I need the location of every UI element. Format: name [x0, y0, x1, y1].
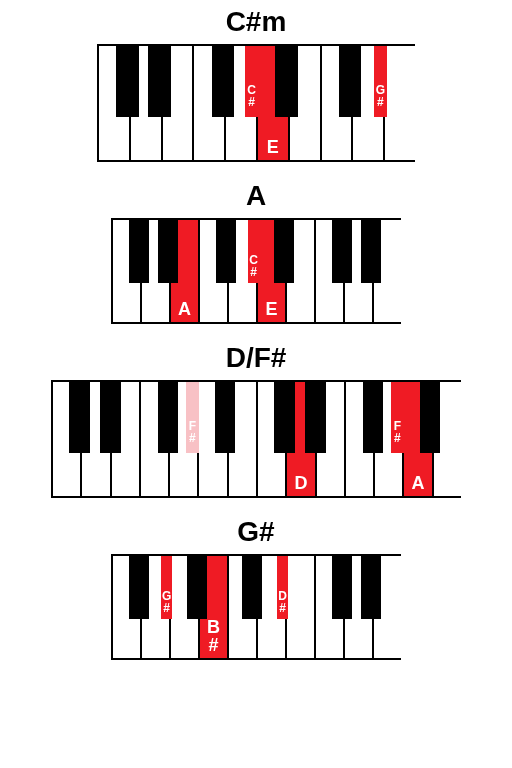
chord-name: D/F# — [226, 342, 287, 374]
key-label: E — [267, 138, 279, 156]
key-label: G # — [376, 84, 385, 108]
black-key — [242, 556, 262, 619]
black-key — [339, 46, 361, 117]
black-key — [212, 46, 234, 117]
chord-diagram-root: C#mEC #G #AAEC #D/F#DAF #F #G#B #G #D # — [51, 6, 461, 678]
key-label: B # — [207, 618, 220, 654]
keyboard: EC #G # — [97, 44, 415, 162]
key-label: C # — [247, 84, 256, 108]
black-key — [158, 382, 179, 453]
black-key — [158, 220, 178, 283]
chord-block: AAEC # — [51, 180, 461, 324]
key-label: D # — [278, 590, 287, 614]
black-key: D # — [277, 556, 289, 619]
black-key — [69, 382, 90, 453]
black-key — [216, 220, 236, 283]
key-label: G # — [162, 590, 171, 614]
black-key — [274, 220, 294, 283]
black-key — [420, 382, 441, 453]
chord-name: C#m — [226, 6, 287, 38]
key-label: A — [178, 300, 191, 318]
keyboard: B #G #D # — [111, 554, 401, 660]
chord-name: G# — [237, 516, 274, 548]
black-key: G # — [161, 556, 173, 619]
black-key — [129, 556, 149, 619]
white-key — [287, 556, 316, 658]
black-key: C # — [248, 220, 260, 283]
black-key — [332, 220, 352, 283]
key-label: D — [294, 474, 307, 492]
black-key: G # — [374, 46, 387, 117]
key-label: A — [412, 474, 425, 492]
black-key — [363, 382, 384, 453]
key-label: E — [265, 300, 277, 318]
key-label: F # — [189, 420, 196, 444]
black-key — [332, 556, 352, 619]
chord-name: A — [246, 180, 266, 212]
white-key — [385, 46, 417, 160]
black-key — [100, 382, 121, 453]
black-key: F # — [391, 382, 403, 453]
black-key — [361, 556, 381, 619]
black-key — [305, 382, 326, 453]
black-key — [361, 220, 381, 283]
black-key — [116, 46, 138, 117]
chord-block: G#B #G #D # — [51, 516, 461, 660]
black-key — [275, 46, 297, 117]
chord-block: D/F#DAF #F # — [51, 342, 461, 498]
black-key — [148, 46, 170, 117]
keyboard: DAF #F # — [51, 380, 461, 498]
black-key — [129, 220, 149, 283]
black-key — [187, 556, 207, 619]
chord-block: C#mEC #G # — [51, 6, 461, 162]
black-key: C # — [245, 46, 258, 117]
key-label: C # — [249, 254, 258, 278]
black-key: F # — [186, 382, 198, 453]
black-key — [274, 382, 295, 453]
key-label: F # — [394, 420, 401, 444]
keyboard: AEC # — [111, 218, 401, 324]
black-key — [215, 382, 236, 453]
